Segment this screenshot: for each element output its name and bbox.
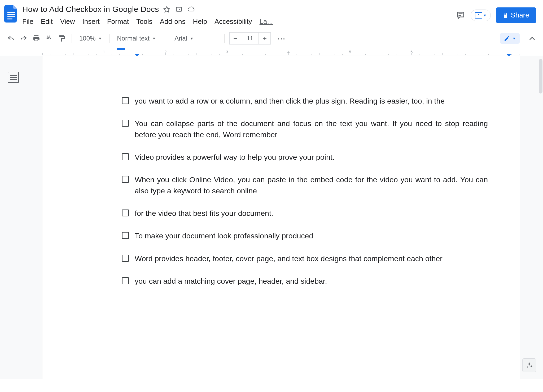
share-button-label: Share [511,11,529,19]
ruler-right-indent-marker[interactable] [506,54,511,56]
menu-edit[interactable]: Edit [41,17,53,26]
checklist-item-text: Video provides a powerful way to help yo… [135,152,335,163]
checkbox-icon[interactable] [122,176,129,183]
menu-accessibility[interactable]: Accessibility [214,17,252,26]
star-icon[interactable] [163,6,170,13]
checklist-item-text: When you click Online Video, you can pas… [135,174,488,196]
menu-format[interactable]: Format [107,17,129,26]
checklist-item[interactable]: you want to add a row or a column, and t… [122,96,488,106]
checklist: you want to add a row or a column, and t… [122,96,488,287]
cloud-status-icon[interactable] [187,6,195,13]
font-size-increase-button[interactable]: + [259,33,270,44]
menu-tools[interactable]: Tools [136,17,152,26]
paragraph-style-dropdown[interactable]: Normal text ▼ [114,35,162,42]
ruler-number: 4 [287,50,290,54]
present-button[interactable]: ▼ [471,10,491,21]
checklist-item[interactable]: To make your document look professionall… [122,230,488,241]
font-value: Arial [174,35,187,42]
checkbox-icon[interactable] [122,232,129,239]
share-button[interactable]: Share [496,7,536,23]
spellcheck-icon[interactable] [44,33,54,43]
checklist-item-text: you want to add a row or a column, and t… [135,96,445,106]
menu-view[interactable]: View [60,17,75,26]
checklist-item[interactable]: Word provides header, footer, cover page… [122,253,488,264]
comments-icon[interactable] [456,11,465,20]
toolbar: 100% ▼ Normal text ▼ Arial ▼ − 11 + ⋯ ▼ [0,29,543,48]
checklist-item[interactable]: When you click Online Video, you can pas… [122,174,488,196]
checkbox-icon[interactable] [122,120,129,127]
zoom-value: 100% [79,35,95,42]
font-size-decrease-button[interactable]: − [230,33,241,44]
checkbox-icon[interactable] [122,277,129,284]
font-size-value[interactable]: 11 [241,33,259,44]
document-canvas: you want to add a row or a column, and t… [0,56,543,379]
menu-help[interactable]: Help [193,17,207,26]
print-icon[interactable] [31,33,41,43]
app-header: How to Add Checkbox in Google Docs File … [0,0,543,26]
checkbox-icon[interactable] [122,255,129,262]
menu-file[interactable]: File [22,17,33,26]
checklist-item-text: To make your document look professionall… [135,230,313,241]
document-page[interactable]: you want to add a row or a column, and t… [42,56,520,379]
editing-mode-button[interactable]: ▼ [500,33,520,44]
collapse-toolbar-icon[interactable] [527,33,537,43]
checkbox-icon[interactable] [122,210,129,216]
checklist-item-text: for the video that best fits your docume… [135,208,273,219]
checklist-item[interactable]: Video provides a powerful way to help yo… [122,152,488,163]
explore-button[interactable] [522,358,536,372]
checklist-item[interactable]: You can collapse parts of the document a… [122,118,488,140]
ruler-first-line-indent-marker[interactable] [135,54,139,56]
checkbox-icon[interactable] [122,97,129,104]
ruler-number: 6 [410,50,413,54]
checklist-item[interactable]: you can add a matching cover page, heade… [122,276,488,287]
zoom-dropdown[interactable]: 100% ▼ [77,35,104,42]
document-outline-button[interactable] [8,72,19,83]
ruler-number: 1 [103,50,105,54]
ruler-number: 5 [349,50,351,54]
menu-bar: File Edit View Insert Format Tools Add-o… [22,14,453,26]
more-toolbar-icon[interactable]: ⋯ [277,33,287,43]
ruler-number: 3 [226,50,228,54]
checklist-item-text: you can add a matching cover page, heade… [135,276,327,287]
vertical-scrollbar-thumb[interactable] [539,59,542,93]
checklist-item-text: Word provides header, footer, cover page… [135,253,443,264]
docs-logo-icon[interactable] [3,3,19,24]
document-title[interactable]: How to Add Checkbox in Google Docs [22,5,159,14]
redo-icon[interactable] [19,33,29,43]
checklist-item[interactable]: for the video that best fits your docume… [122,208,488,219]
undo-icon[interactable] [6,33,16,43]
menu-insert[interactable]: Insert [82,17,100,26]
checkbox-icon[interactable] [122,153,129,160]
move-icon[interactable] [175,6,183,13]
checklist-item-text: You can collapse parts of the document a… [135,118,488,140]
font-dropdown[interactable]: Arial ▼ [172,35,220,42]
paint-format-icon[interactable] [57,33,67,43]
font-size-control: − 11 + [229,32,271,44]
menu-addons[interactable]: Add-ons [160,17,186,26]
horizontal-ruler[interactable]: 123456 [0,48,543,56]
ruler-number: 2 [164,50,167,54]
svg-rect-1 [475,12,482,18]
menu-truncated[interactable]: La... [260,17,273,26]
ruler-indent-bar[interactable] [117,48,125,50]
paragraph-style-value: Normal text [117,35,150,42]
